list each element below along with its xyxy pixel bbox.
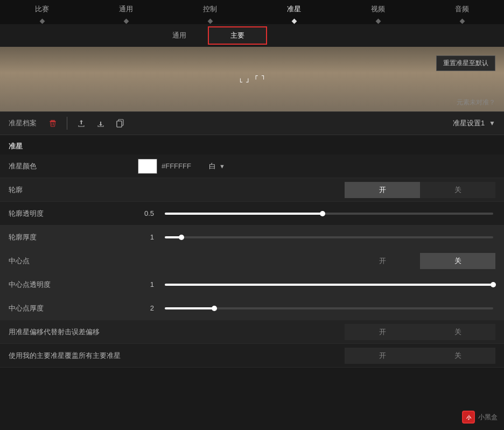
slider-center_thickness[interactable] — [165, 307, 493, 309]
setting-label-outline_thickness: 轮廓厚度 — [9, 232, 138, 242]
align-text: 元素未对准？ — [457, 98, 495, 107]
nav-item-准星[interactable]: 准星 — [252, 0, 336, 18]
setting-row-color: 准星颜色#FFFFFF白▼ — [0, 154, 504, 178]
reset-btn[interactable]: 重置准星至默认 — [436, 55, 495, 71]
nav-item-通用[interactable]: 通用 — [84, 0, 168, 18]
profile-label: 准星档案 — [9, 118, 37, 128]
profile-bar: 准星档案 准星设置1 ▼ — [0, 111, 504, 135]
setting-control-center_thickness: 2 — [138, 304, 495, 312]
profile-download-btn[interactable] — [93, 116, 108, 131]
setting-row-center_opacity: 中心点透明度1 — [0, 273, 504, 297]
setting-label-color: 准星颜色 — [9, 161, 138, 171]
svg-rect-1 — [50, 121, 56, 122]
subnav-item-主要[interactable]: 主要 — [208, 26, 267, 45]
color-dropdown-arrow: ▼ — [219, 163, 225, 170]
toggle-group-override: 开关 — [345, 348, 495, 364]
setting-row-center_thickness: 中心点厚度2 — [0, 297, 504, 320]
setting-row-center_dot: 中心点开关 — [0, 249, 504, 273]
nav-dot — [336, 18, 420, 24]
setting-control-outline_opacity: 0.5 — [138, 209, 495, 217]
setting-row-outline_opacity: 轮廓透明度0.5 — [0, 202, 504, 225]
setting-row-outline_thickness: 轮廓厚度1 — [0, 225, 504, 249]
toggle-on-firing_error[interactable]: 开 — [345, 324, 420, 340]
settings-container: 准星颜色#FFFFFF白▼轮廓开关轮廓透明度0.5轮廓厚度1中心点开关中心点透明… — [0, 154, 504, 368]
svg-rect-0 — [51, 120, 55, 121]
toggle-group-outline: 开关 — [345, 182, 495, 198]
setting-control-outline_thickness: 1 — [138, 233, 495, 241]
profile-delete-btn[interactable] — [45, 116, 60, 131]
svg-rect-6 — [117, 121, 122, 127]
svg-text:小: 小 — [466, 415, 472, 420]
setting-control-outline: 开关 — [138, 182, 495, 198]
toggle-group-center_dot: 开关 — [345, 253, 495, 269]
toggle-on-override[interactable]: 开 — [345, 348, 420, 364]
nav-dot — [84, 18, 168, 24]
profile-name-area: 准星设置1 ▼ — [132, 118, 495, 128]
top-nav-container: 比赛通用控制准星视频音频 — [0, 0, 504, 24]
setting-control-override: 开关 — [138, 348, 495, 364]
watermark-text: 小黑盒 — [478, 413, 498, 422]
setting-label-outline_opacity: 轮廓透明度 — [9, 209, 138, 218]
profile-copy-btn[interactable] — [113, 116, 128, 131]
slider-value-center_opacity: 1 — [138, 280, 154, 288]
nav-dot — [252, 18, 336, 24]
watermark: 小 小黑盒 — [462, 411, 498, 424]
profile-divider — [67, 117, 67, 130]
sub-nav-row: 通用主要 — [0, 24, 504, 47]
toggle-off-outline[interactable]: 关 — [420, 182, 495, 198]
nav-item-音频[interactable]: 音频 — [420, 0, 504, 18]
section-title: 准星 — [0, 135, 504, 154]
crosshair-preview: ┌ ┐└ ┘ — [239, 66, 266, 92]
setting-row-override: 使用我的主要准星覆盖所有主要准星开关 — [0, 344, 504, 368]
nav-item-控制[interactable]: 控制 — [168, 0, 252, 18]
toggle-on-center_dot[interactable]: 开 — [345, 253, 420, 269]
setting-control-center_opacity: 1 — [138, 280, 495, 288]
settings-scroll[interactable]: 准星颜色#FFFFFF白▼轮廓开关轮廓透明度0.5轮廓厚度1中心点开关中心点透明… — [0, 154, 504, 368]
setting-control-color: #FFFFFF白▼ — [138, 159, 495, 174]
toggle-off-override[interactable]: 关 — [420, 348, 495, 364]
profile-upload-btn[interactable] — [74, 116, 89, 131]
color-name-dropdown[interactable]: 白▼ — [209, 161, 225, 171]
nav-item-视频[interactable]: 视频 — [336, 0, 420, 18]
watermark-icon: 小 — [462, 411, 475, 424]
nav-dot — [420, 18, 504, 24]
preview-area: ┌ ┐└ ┘ 重置准星至默认 元素未对准？ — [0, 47, 504, 111]
setting-row-firing_error: 用准星偏移代替射击误差偏移开关 — [0, 320, 504, 344]
dots-row — [0, 18, 504, 24]
setting-label-center_opacity: 中心点透明度 — [9, 280, 138, 290]
slider-outline_thickness[interactable] — [165, 236, 493, 238]
profile-dropdown-arrow[interactable]: ▼ — [489, 119, 495, 127]
color-hex: #FFFFFF — [162, 162, 205, 170]
slider-outline_opacity[interactable] — [165, 213, 493, 215]
slider-center_opacity[interactable] — [165, 284, 493, 286]
nav-dot — [0, 18, 84, 24]
slider-value-outline_thickness: 1 — [138, 233, 154, 241]
setting-label-firing_error: 用准星偏移代替射击误差偏移 — [9, 327, 138, 337]
slider-value-outline_opacity: 0.5 — [138, 209, 154, 217]
toggle-off-firing_error[interactable]: 关 — [420, 324, 495, 340]
nav-dot — [168, 18, 252, 24]
setting-row-outline: 轮廓开关 — [0, 178, 504, 202]
setting-label-center_dot: 中心点 — [9, 256, 138, 266]
setting-control-center_dot: 开关 — [138, 253, 495, 269]
setting-label-override: 使用我的主要准星覆盖所有主要准星 — [9, 351, 138, 361]
profile-name: 准星设置1 — [453, 118, 485, 128]
color-name: 白 — [209, 161, 216, 171]
setting-control-firing_error: 开关 — [138, 324, 495, 340]
toggle-on-outline[interactable]: 开 — [345, 182, 420, 198]
setting-label-outline: 轮廓 — [9, 185, 138, 195]
toggle-group-firing_error: 开关 — [345, 324, 495, 340]
nav-row: 比赛通用控制准星视频音频 — [0, 0, 504, 18]
slider-value-center_thickness: 2 — [138, 304, 154, 312]
setting-label-center_thickness: 中心点厚度 — [9, 304, 138, 313]
toggle-off-center_dot[interactable]: 关 — [420, 253, 495, 269]
color-swatch[interactable] — [138, 159, 157, 174]
subnav-item-通用[interactable]: 通用 — [151, 27, 208, 44]
nav-item-比赛[interactable]: 比赛 — [0, 0, 84, 18]
